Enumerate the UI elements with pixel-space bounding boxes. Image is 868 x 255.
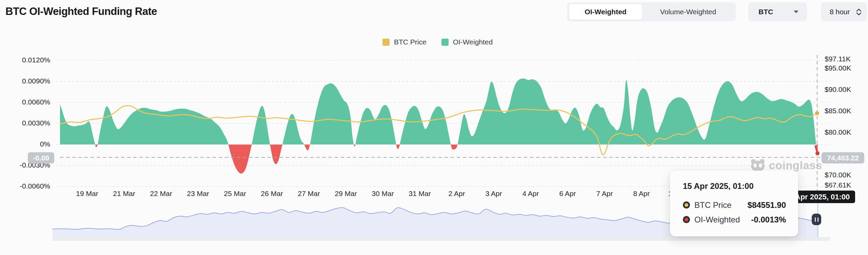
pause-icon [815,217,816,222]
tooltip-row-value: $84551.90 [748,200,786,210]
watermark-text: coinglass [769,159,822,172]
tooltip-date: 15 Apr 2025, 01:00 [683,181,786,191]
panda-logo-icon [750,159,766,172]
oi-weighted-dot-icon [683,216,690,223]
tooltip-row-value: -0.0013% [751,215,786,224]
coinglass-watermark: coinglass [750,159,822,172]
pause-icon [817,217,818,222]
crosshair-left-value-badge: -0.00 [28,152,54,163]
tooltip: 15 Apr 2025, 01:00 BTC Price $84551.90 O… [670,171,798,236]
tooltip-row-label: BTC Price [694,200,731,210]
navigator-resize-handle[interactable] [812,214,821,225]
tooltip-row-btc-price: BTC Price $84551.90 [683,198,786,212]
tooltip-row-label: OI-Weighted [694,215,740,224]
btc-price-dot-icon [683,201,690,209]
tooltip-row-oi-weighted: OI-Weighted -0.0013% [683,212,786,227]
crosshair-right-value-badge: 74,403.22 [822,152,864,163]
